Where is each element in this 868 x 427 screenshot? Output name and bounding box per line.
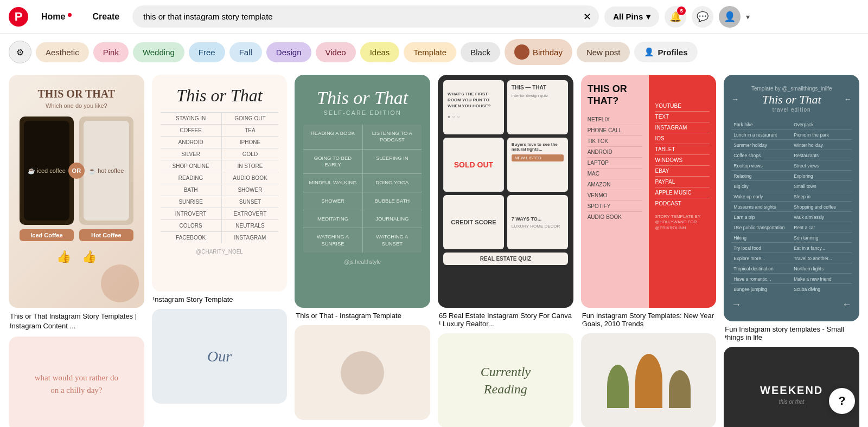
create-nav-item[interactable]: Create (85, 8, 127, 26)
pin-title-3: This or That - Instagram Template (295, 312, 430, 320)
masonry-col-3: This or That SELF-CARE EDITION READING A… (295, 75, 430, 427)
pin-card-5[interactable]: THIS OR THAT? NETFLIX PHONE CALL TIK TOK… (581, 75, 717, 328)
all-pins-button[interactable]: All Pins ▾ (604, 7, 659, 27)
pin-title-5: Fun Instagram Story Templates: New Year … (581, 312, 717, 328)
filter-chip-design[interactable]: Design (266, 42, 311, 62)
pin-card-bottom-5[interactable] (581, 333, 717, 427)
help-icon: ? (838, 394, 845, 408)
filter-chip-video[interactable]: Video (316, 42, 356, 62)
home-dot (68, 13, 72, 17)
filter-chip-pink[interactable]: Pink (93, 42, 129, 62)
search-clear-icon[interactable]: ✕ (583, 11, 591, 23)
filter-chip-new-post[interactable]: New post (577, 42, 630, 62)
grid-container: THIS OR THAT Which one do you like? ☕ ic… (0, 70, 868, 427)
masonry-grid: THIS OR THAT Which one do you like? ☕ ic… (9, 75, 859, 427)
filter-chip-birthday[interactable]: Birthday (505, 39, 572, 65)
filter-chip-free[interactable]: Free (189, 42, 225, 62)
messages-button[interactable]: 💬 (692, 6, 713, 28)
filter-icon-button[interactable]: ⚙ (9, 41, 31, 63)
masonry-col-6: → Template by @_smallthings_inlife This … (724, 75, 859, 427)
pin-title-6: Fun Instagram story templates - Small th… (724, 325, 859, 341)
filter-chip-wedding[interactable]: Wedding (133, 42, 184, 62)
pin-card-3[interactable]: This or That SELF-CARE EDITION READING A… (295, 75, 430, 320)
home-nav-item[interactable]: Home (34, 8, 79, 26)
account-chevron-icon[interactable]: ▾ (746, 12, 750, 21)
pin-card-bottom-6[interactable]: WEEKEND this or that (724, 347, 859, 427)
search-input[interactable] (132, 5, 599, 28)
create-label: Create (92, 12, 119, 21)
masonry-col-5: THIS OR THAT? NETFLIX PHONE CALL TIK TOK… (581, 75, 717, 427)
notification-button[interactable]: 🔔 5 (665, 6, 686, 28)
home-label: Home (41, 12, 65, 22)
pin-card-bottom-2[interactable]: Our (152, 309, 288, 404)
filter-chip-fall[interactable]: Fall (229, 42, 262, 62)
masonry-col-1: THIS OR THAT Which one do you like? ☕ ic… (9, 75, 144, 427)
pin-card-bottom-1[interactable]: what would you rather doon a chilly day? (9, 337, 144, 427)
profiles-person-icon: 👤 (644, 47, 654, 57)
help-button[interactable]: ? (829, 388, 855, 414)
pin-title: This or That Instagram Story Templates |… (9, 312, 144, 331)
masonry-col-4: WHAT'S THE FIRST ROOM YOU RUN TO WHEN YO… (438, 75, 573, 427)
all-pins-label: All Pins (613, 12, 643, 21)
chevron-down-icon: ▾ (646, 12, 650, 22)
filter-chip-profiles[interactable]: 👤 Profiles (634, 42, 697, 62)
header: P Home Create ✕ All Pins ▾ 🔔 5 💬 👤 ▾ (0, 0, 868, 34)
pin-card-bottom-4[interactable]: CurrentlyReading (438, 333, 573, 427)
notification-badge: 5 (677, 7, 686, 15)
pinterest-logo[interactable]: P (9, 7, 28, 27)
masonry-col-2: This or That STAYING INGOING OUT COFFEET… (152, 75, 288, 427)
filter-chip-aesthetic[interactable]: Aesthetic (36, 42, 89, 62)
pin-title-2: Instagram Story Template (152, 295, 288, 303)
avatar[interactable]: 👤 (719, 6, 741, 28)
pin-card-2[interactable]: This or That STAYING INGOING OUT COFFEET… (152, 75, 288, 303)
pin-card[interactable]: THIS OR THAT Which one do you like? ☕ ic… (9, 75, 144, 331)
filter-chip-template[interactable]: Template (404, 42, 456, 62)
filter-chip-black[interactable]: Black (461, 42, 500, 62)
pin-title-4: 65 Real Estate Instagram Story For Canva… (438, 312, 573, 328)
search-container: ✕ (132, 5, 599, 28)
pin-card-6[interactable]: → Template by @_smallthings_inlife This … (724, 75, 859, 341)
pin-card-bottom-3[interactable] (295, 325, 430, 420)
filter-chip-ideas[interactable]: Ideas (360, 42, 400, 62)
pin-card-4[interactable]: WHAT'S THE FIRST ROOM YOU RUN TO WHEN YO… (438, 75, 573, 328)
filter-bar: ⚙ Aesthetic Pink Wedding Free Fall Desig… (0, 34, 868, 70)
